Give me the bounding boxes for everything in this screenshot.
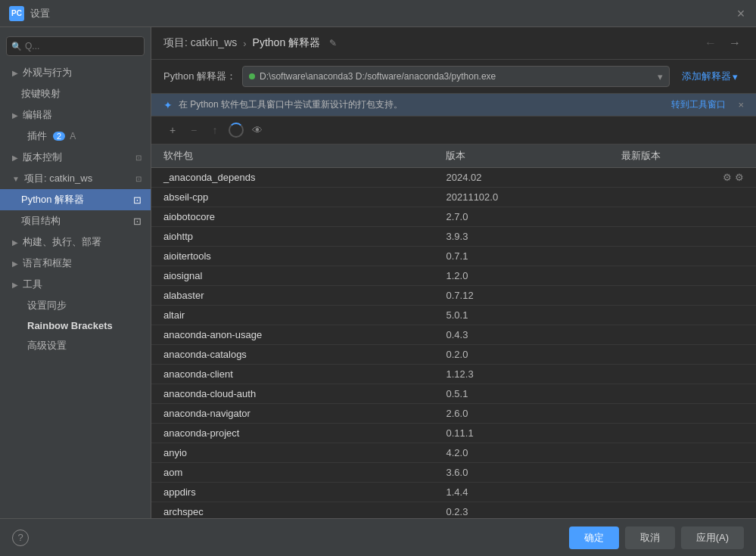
- pkg-name: _anaconda_depends: [151, 168, 434, 188]
- pkg-version: 1.4.4: [434, 483, 609, 502]
- table-header: 软件包 版本 最新版本: [151, 144, 756, 168]
- info-bar-text: 在 Python 软件包工具窗口中尝试重新设计的打包支持。: [179, 98, 665, 111]
- sidebar-item-vcs[interactable]: ▶ 版本控制 ⊡: [0, 147, 151, 168]
- expand-arrow-editor: ▶: [12, 111, 18, 120]
- pkg-version: 2.6.0: [434, 404, 609, 424]
- pkg-version: 4.2.0: [434, 443, 609, 463]
- upgrade-package-button[interactable]: ↑: [206, 121, 224, 139]
- table-row[interactable]: anaconda-project0.11.1: [151, 424, 756, 443]
- add-interpreter-button[interactable]: 添加解释器 ▾: [676, 67, 744, 86]
- pkg-version: 2.7.0: [434, 207, 609, 227]
- pkg-latest: [609, 325, 756, 345]
- pkg-latest: [609, 188, 756, 207]
- pkg-latest: [609, 404, 756, 424]
- table-row[interactable]: anaconda-catalogs0.2.0: [151, 345, 756, 365]
- remove-package-button[interactable]: −: [185, 121, 203, 139]
- sidebar-item-label: 构建、执行、部署: [23, 235, 101, 249]
- sidebar-item-advanced[interactable]: 高级设置: [0, 335, 151, 356]
- sidebar-item-label: 版本控制: [23, 151, 62, 164]
- table-row[interactable]: aiohttp3.9.3: [151, 227, 756, 247]
- pkg-latest: [609, 266, 756, 286]
- cancel-button[interactable]: 取消: [625, 526, 675, 549]
- add-package-button[interactable]: +: [163, 121, 182, 139]
- confirm-button[interactable]: 确定: [569, 526, 619, 549]
- title-bar-left: PC 设置: [9, 6, 50, 21]
- pkg-name: alabaster: [151, 286, 434, 306]
- bottom-actions: 确定 取消 应用(A): [569, 526, 744, 549]
- search-input[interactable]: [25, 41, 139, 51]
- table-row[interactable]: anaconda-anon-usage0.4.3: [151, 325, 756, 345]
- table-row[interactable]: aioitertools0.7.1: [151, 247, 756, 266]
- sidebar-item-editor[interactable]: ▶ 编辑器: [0, 104, 151, 126]
- table-row[interactable]: aom3.6.0: [151, 463, 756, 483]
- apply-button[interactable]: 应用(A): [681, 526, 744, 549]
- sidebar-item-plugins[interactable]: 插件 2 A: [0, 126, 151, 147]
- table-row[interactable]: alabaster0.7.12: [151, 286, 756, 306]
- close-button[interactable]: ×: [735, 8, 747, 20]
- expand-arrow-lang: ▶: [12, 259, 18, 268]
- sidebar-item-label: 外观与行为: [23, 66, 72, 79]
- sidebar-item-lang-framework[interactable]: ▶ 语言和框架: [0, 253, 151, 274]
- sidebar-item-sync[interactable]: 设置同步: [0, 295, 151, 316]
- breadcrumb-back-button[interactable]: ←: [702, 35, 720, 51]
- pkg-name: anaconda-anon-usage: [151, 325, 434, 345]
- pkg-name: appdirs: [151, 483, 434, 502]
- table-row[interactable]: anyio4.2.0: [151, 443, 756, 463]
- pkg-name: aioitertools: [151, 247, 434, 266]
- breadcrumb-arrow: ›: [243, 38, 246, 49]
- table-row[interactable]: archspec0.2.3: [151, 502, 756, 519]
- sidebar-item-python-interpreter[interactable]: Python 解释器 ⊡: [0, 189, 151, 210]
- info-bar-link[interactable]: 转到工具窗口: [671, 98, 726, 111]
- breadcrumb-nav: ← →: [702, 35, 744, 51]
- breadcrumb-current: Python 解释器: [253, 36, 320, 50]
- sidebar-item-project-structure[interactable]: 项目结构 ⊡: [0, 210, 151, 231]
- expand-arrow-build: ▶: [12, 238, 18, 247]
- pkg-latest: [609, 207, 756, 227]
- table-row[interactable]: altair5.0.1: [151, 306, 756, 325]
- pkg-name: aiosignal: [151, 266, 434, 286]
- pkg-version: 0.4.3: [434, 325, 609, 345]
- table-row[interactable]: appdirs1.4.4: [151, 483, 756, 502]
- title-bar: PC 设置 ×: [0, 0, 756, 27]
- sidebar-item-label: 语言和框架: [23, 256, 72, 270]
- sidebar-item-label: 工具: [23, 278, 42, 291]
- pkg-name: aiohttp: [151, 227, 434, 247]
- show-packages-button[interactable]: 👁: [248, 121, 266, 139]
- sidebar-item-label: 高级设置: [27, 339, 67, 353]
- search-box[interactable]: 🔍: [6, 36, 145, 56]
- interpreter-status-dot: [249, 73, 255, 79]
- expand-arrow-tools: ▶: [12, 281, 18, 289]
- sidebar-item-build-exec[interactable]: ▶ 构建、执行、部署: [0, 231, 151, 253]
- sidebar-item-appearance[interactable]: ▶ 外观与行为: [0, 62, 151, 83]
- pkg-name: aiobotocore: [151, 207, 434, 227]
- breadcrumb-edit-icon[interactable]: ✎: [329, 38, 337, 48]
- refresh-button[interactable]: [227, 121, 245, 139]
- pkg-version: 0.2.0: [434, 345, 609, 365]
- table-row[interactable]: anaconda-cloud-auth0.5.1: [151, 384, 756, 404]
- interpreter-label: Python 解释器：: [163, 70, 236, 83]
- pkg-name: anaconda-cloud-auth: [151, 384, 434, 404]
- pkg-name: aom: [151, 463, 434, 483]
- sidebar-item-rainbow-brackets[interactable]: Rainbow Brackets: [0, 316, 151, 335]
- table-row[interactable]: aiosignal1.2.0: [151, 266, 756, 286]
- breadcrumb-parent[interactable]: 项目: catkin_ws: [163, 36, 237, 50]
- breadcrumb-forward-button[interactable]: →: [726, 35, 744, 51]
- col-header-name: 软件包: [151, 144, 434, 168]
- sidebar-item-project[interactable]: ▼ 项目: catkin_ws ⊡: [0, 168, 151, 189]
- sidebar-item-tools[interactable]: ▶ 工具: [0, 274, 151, 295]
- search-icon: 🔍: [11, 42, 22, 51]
- table-row[interactable]: aiobotocore2.7.0: [151, 207, 756, 227]
- table-row[interactable]: _anaconda_depends2024.02⚙ ⚙: [151, 168, 756, 188]
- pkg-latest: [609, 306, 756, 325]
- help-button[interactable]: ?: [12, 530, 29, 546]
- package-table-wrapper: 软件包 版本 最新版本 _anaconda_depends2024.02⚙ ⚙a…: [151, 144, 756, 518]
- sidebar-item-keymap[interactable]: 按键映射: [0, 83, 151, 104]
- plugin-badge: 2: [53, 132, 65, 141]
- info-bar-close-button[interactable]: ×: [738, 99, 744, 110]
- table-row[interactable]: anaconda-navigator2.6.0: [151, 404, 756, 424]
- pkg-name: anaconda-client: [151, 365, 434, 384]
- interpreter-select[interactable]: D:\software\anaconda3 D:/software/anacon…: [242, 66, 670, 87]
- table-row[interactable]: abseil-cpp20211102.0: [151, 188, 756, 207]
- pkg-version: 1.2.0: [434, 266, 609, 286]
- table-row[interactable]: anaconda-client1.12.3: [151, 365, 756, 384]
